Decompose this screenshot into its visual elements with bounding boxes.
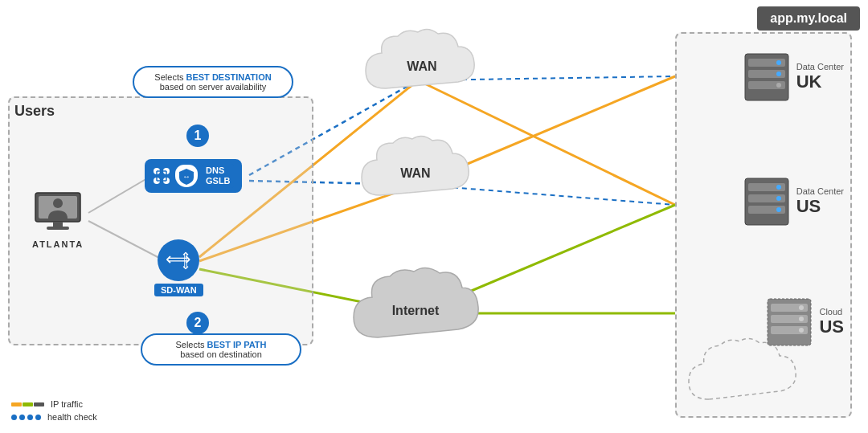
dns-gslb: ↔ DNSGSLB — [145, 159, 242, 193]
legend-dot-1 — [11, 415, 17, 420]
shield-icon: ↔ — [178, 167, 195, 185]
svg-point-45 — [776, 196, 781, 201]
svg-point-46 — [776, 207, 781, 212]
legend-dot-2 — [19, 415, 25, 420]
callout-num-2: 2 — [186, 312, 209, 334]
legend-ip-traffic: IP traffic — [11, 399, 97, 409]
svg-point-52 — [799, 317, 804, 321]
server-us-icon — [743, 177, 790, 227]
svg-point-39 — [776, 83, 781, 88]
callout-num-1: 1 — [186, 125, 209, 147]
atlanta-label: ATLANTA — [32, 239, 84, 249]
legend-dot-4 — [35, 415, 41, 420]
svg-text:WAN: WAN — [407, 59, 436, 73]
legend-dots — [11, 415, 41, 420]
sdwan-label: SD-WAN — [154, 284, 203, 296]
callout2-bold: BEST IP PATH — [207, 340, 267, 349]
dc-cloud-us-name: US — [819, 317, 844, 337]
dc-cloud-us-label: Cloud US — [819, 307, 844, 337]
legend-health-label: health check — [47, 412, 97, 422]
dc-cloud-us: Cloud US — [766, 297, 844, 347]
server-cloud-us-icon — [766, 297, 813, 347]
svg-text:⟺: ⟺ — [179, 251, 193, 270]
cloud-wan-mid: WAN — [358, 133, 474, 221]
legend-dot-3 — [27, 415, 33, 420]
dc-uk: Data Center UK — [743, 52, 844, 102]
dc-uk-type: Data Center — [796, 62, 844, 71]
users-label: Users — [14, 103, 55, 120]
svg-point-37 — [776, 60, 781, 65]
cloud-internet: Internet — [350, 265, 482, 362]
dc-cloud-us-type: Cloud — [819, 307, 844, 317]
dns-badge: ↔ DNSGSLB — [145, 159, 242, 193]
server-uk-icon — [743, 52, 790, 102]
svg-point-18 — [53, 198, 63, 208]
svg-point-44 — [776, 185, 781, 190]
cloud-wan-top: WAN — [362, 24, 482, 112]
dns-shield: ↔ — [175, 165, 198, 187]
legend: IP traffic health check — [11, 399, 97, 422]
svg-text:WAN: WAN — [400, 166, 430, 180]
app-title: app.my.local — [757, 6, 860, 31]
arrows-icon: ⟺ ⟺ — [164, 246, 193, 275]
dc-us-name: US — [796, 196, 844, 217]
svg-rect-17 — [47, 227, 69, 230]
callout-1: Selects BEST DESTINATIONbased on server … — [133, 66, 293, 98]
legend-ip-label: IP traffic — [51, 399, 83, 409]
dc-us: Data Center US — [743, 177, 844, 227]
dc-us-type: Data Center — [796, 186, 844, 196]
diagram-container: app.my.local Users ATLANTA — [0, 0, 868, 433]
atlanta-icon: ATLANTA — [32, 177, 84, 249]
dc-uk-name: UK — [796, 71, 844, 92]
sdwan-circle: ⟺ ⟺ — [158, 239, 199, 281]
svg-text:Internet: Internet — [392, 304, 440, 317]
svg-point-38 — [776, 71, 781, 76]
svg-point-53 — [799, 328, 804, 333]
person-svg — [34, 177, 82, 233]
dc-uk-label: Data Center UK — [796, 62, 844, 92]
legend-health-check: health check — [11, 412, 97, 422]
dns-gslb-label: DNSGSLB — [203, 164, 234, 188]
dc-us-label: Data Center US — [796, 186, 844, 217]
callout-2: Selects BEST IP PATHbased on destination — [141, 333, 301, 366]
sdwan: ⟺ ⟺ SD-WAN — [154, 239, 203, 296]
nodes-icon — [153, 167, 170, 185]
svg-point-51 — [799, 305, 804, 310]
svg-text:↔: ↔ — [182, 172, 190, 181]
callout1-bold: BEST DESTINATION — [186, 72, 272, 82]
